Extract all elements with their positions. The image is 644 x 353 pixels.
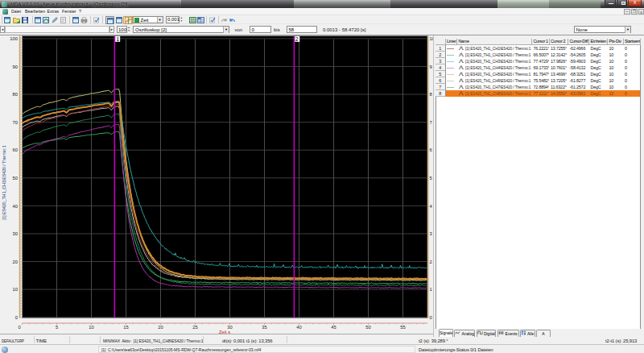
svg-text:10: 10 (89, 325, 93, 330)
svg-text:5: 5 (56, 325, 58, 330)
svg-text:60: 60 (13, 147, 18, 152)
svg-text:50: 50 (365, 325, 370, 330)
svg-text:5: 5 (430, 176, 432, 181)
svg-text:40: 40 (296, 325, 301, 330)
svg-text:0: 0 (15, 314, 18, 319)
svg-text:6: 6 (430, 147, 432, 152)
svg-text:9: 9 (430, 64, 432, 69)
svg-text:0: 0 (430, 314, 432, 319)
svg-text:15: 15 (123, 325, 128, 330)
svg-text:0: 0 (18, 325, 20, 330)
svg-text:30: 30 (13, 231, 18, 236)
svg-text:35: 35 (262, 325, 266, 330)
svg-text:2: 2 (430, 259, 432, 264)
svg-text:20: 20 (13, 259, 18, 264)
svg-text:10: 10 (13, 287, 18, 292)
svg-text:45: 45 (331, 325, 336, 330)
svg-text:70: 70 (13, 119, 18, 124)
svg-text:50: 50 (13, 176, 18, 181)
svg-text:90: 90 (13, 64, 18, 69)
svg-text:80: 80 (13, 92, 18, 97)
svg-text:8: 8 (430, 92, 432, 97)
svg-text:[1] ES420_TH1_CH1\ES420 / Ther: [1] ES420_TH1_CH1\ES420 / Thermo:1 (2, 145, 6, 220)
svg-text:25: 25 (192, 325, 197, 330)
svg-text:1: 1 (430, 287, 432, 292)
svg-text:7: 7 (430, 119, 432, 124)
svg-text:40: 40 (13, 203, 18, 208)
svg-text:20: 20 (158, 325, 163, 330)
svg-text:100: 100 (10, 36, 18, 41)
svg-text:3: 3 (430, 231, 432, 236)
svg-text:55: 55 (400, 325, 405, 330)
